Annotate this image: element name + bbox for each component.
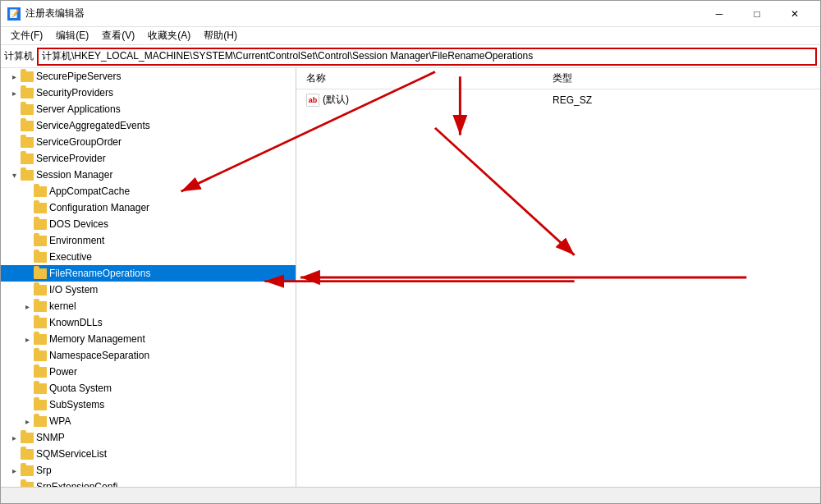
expander-subsystems	[21, 398, 34, 411]
tree-label-appcompatcache: AppCompatCache	[49, 186, 130, 197]
tree-item-securityproviders[interactable]: ▸SecurityProviders	[1, 85, 296, 101]
value-name-cell: ab (默认)	[303, 91, 549, 108]
tree-item-sqmservicelist[interactable]: SQMServiceList	[1, 446, 296, 462]
tree-item-securepipeservers[interactable]: ▸SecurePipeServers	[1, 68, 296, 85]
expander-srpextensionconfigdots	[7, 480, 21, 487]
tree-item-kernel[interactable]: ▸kernel	[1, 298, 296, 314]
tree-label-sessionmanager: Session Manager	[36, 169, 112, 181]
tree-item-dosdevices[interactable]: DOS Devices	[1, 216, 296, 232]
tree-label-knowndlls: KnownDLLs	[49, 317, 103, 328]
tree-item-configurationmanager[interactable]: Configuration Manager	[1, 199, 296, 216]
folder-icon-snmp	[21, 433, 34, 443]
reg-value-icon: ab	[306, 94, 319, 107]
tree-label-memorymanagement: Memory Management	[49, 333, 145, 345]
expander-serviceprovider	[7, 152, 21, 165]
tree-label-securityproviders: SecurityProviders	[36, 87, 113, 99]
tree-item-sessionmanager[interactable]: ▾Session Manager	[1, 167, 296, 183]
expander-snmp[interactable]: ▸	[7, 431, 21, 444]
expander-knowndlls	[21, 316, 34, 329]
minimize-button[interactable]: ─	[700, 1, 738, 27]
tree-item-quotasystem[interactable]: Quota System	[1, 380, 296, 396]
folder-icon-memorymanagement	[34, 334, 47, 345]
address-bar: 计算机	[1, 45, 820, 68]
expander-securityproviders[interactable]: ▸	[7, 86, 21, 99]
expander-power	[21, 365, 34, 378]
expander-wpa[interactable]: ▸	[21, 415, 34, 428]
menu-view[interactable]: 查看(V)	[95, 27, 141, 44]
folder-icon-sessionmanager	[21, 170, 34, 181]
tree-item-iosystem[interactable]: I/O System	[1, 282, 296, 298]
tree-item-serverapplications[interactable]: Server Applications	[1, 101, 296, 117]
tree-label-environment: Environment	[49, 235, 104, 246]
folder-icon-appcompatcache	[34, 186, 47, 197]
tree-label-srpextensionconfigdots: SrpExtensionConfi...	[36, 481, 126, 487]
menu-help[interactable]: 帮助(H)	[197, 27, 244, 44]
expander-filerenameoperations	[21, 267, 34, 280]
expander-quotasystem	[21, 382, 34, 395]
tree-item-serviceprovider[interactable]: ServiceProvider	[1, 150, 296, 167]
tree-label-servicegrouporder: ServiceGroupOrder	[36, 136, 122, 148]
value-type-cell: REG_SZ	[549, 93, 595, 108]
expander-namespaceseparation	[21, 349, 34, 362]
menu-edit[interactable]: 编辑(E)	[49, 27, 95, 44]
tree-label-serviceprovider: ServiceProvider	[36, 153, 106, 164]
tree-label-wpa: WPA	[49, 415, 71, 427]
folder-icon-environment	[34, 236, 47, 246]
tree-label-kernel: kernel	[49, 300, 76, 312]
tree-label-subsystems: SubSystems	[49, 399, 104, 410]
tree-item-appcompatcache[interactable]: AppCompatCache	[1, 183, 296, 199]
folder-icon-executive	[34, 252, 47, 263]
tree-item-memorymanagement[interactable]: ▸Memory Management	[1, 331, 296, 347]
tree-label-snmp: SNMP	[36, 432, 65, 443]
folder-icon-srpextensionconfigdots	[21, 482, 34, 488]
tree-item-environment[interactable]: Environment	[1, 232, 296, 249]
tree-pane: ▸SecurePipeServers▸SecurityProvidersServ…	[1, 68, 296, 487]
expander-environment	[21, 234, 34, 247]
folder-icon-namespaceseparation	[34, 351, 47, 361]
window-title: 注册表编辑器	[25, 7, 700, 21]
folder-icon-securityproviders	[21, 88, 34, 99]
folder-icon-securepipeservers	[21, 71, 34, 82]
menu-file[interactable]: 文件(F)	[4, 27, 49, 44]
address-label: 计算机	[4, 49, 34, 63]
col-name: 名称	[303, 70, 549, 87]
close-button[interactable]: ✕	[776, 1, 814, 27]
maximize-button[interactable]: □	[738, 1, 776, 27]
folder-icon-servicegrouporder	[21, 137, 34, 148]
title-bar: 📝 注册表编辑器 ─ □ ✕	[1, 1, 820, 27]
registry-value-row[interactable]: ab (默认) REG_SZ	[296, 89, 820, 110]
expander-securepipeservers[interactable]: ▸	[7, 70, 21, 83]
tree-item-snmp[interactable]: ▸SNMP	[1, 429, 296, 446]
menu-favorites[interactable]: 收藏夹(A)	[141, 27, 197, 44]
expander-sessionmanager[interactable]: ▾	[7, 168, 21, 181]
folder-icon-serviceprovider	[21, 153, 34, 164]
tree-item-serviceaggregatedevents[interactable]: ServiceAggregatedEvents	[1, 117, 296, 134]
expander-kernel[interactable]: ▸	[21, 300, 34, 313]
tree-item-executive[interactable]: Executive	[1, 249, 296, 265]
expander-srp[interactable]: ▸	[7, 464, 21, 477]
folder-icon-filerenameoperations	[34, 268, 47, 279]
tree-label-power: Power	[49, 366, 77, 378]
tree-item-subsystems[interactable]: SubSystems	[1, 396, 296, 413]
menu-bar: 文件(F) 编辑(E) 查看(V) 收藏夹(A) 帮助(H)	[1, 27, 820, 45]
expander-serverapplications	[7, 103, 21, 116]
tree-item-filerenameoperations[interactable]: FileRenameOperations	[1, 265, 296, 282]
folder-icon-sqmservicelist	[21, 449, 34, 460]
tree-label-iosystem: I/O System	[49, 284, 98, 296]
folder-icon-srp	[21, 465, 34, 476]
folder-icon-dosdevices	[34, 219, 47, 230]
address-input[interactable]	[37, 48, 817, 66]
tree-item-knowndlls[interactable]: KnownDLLs	[1, 314, 296, 331]
tree-item-servicegrouporder[interactable]: ServiceGroupOrder	[1, 134, 296, 150]
tree-item-power[interactable]: Power	[1, 364, 296, 380]
tree-item-wpa[interactable]: ▸WPA	[1, 413, 296, 429]
tree-item-srp[interactable]: ▸Srp	[1, 462, 296, 479]
folder-icon-quotasystem	[34, 383, 47, 394]
value-name: (默认)	[323, 93, 349, 107]
tree-item-srpextensionconfigdots[interactable]: SrpExtensionConfi...	[1, 479, 296, 487]
folder-icon-kernel	[34, 301, 47, 312]
folder-icon-wpa	[34, 416, 47, 427]
tree-label-serviceaggregatedevents: ServiceAggregatedEvents	[36, 120, 150, 131]
expander-memorymanagement[interactable]: ▸	[21, 332, 34, 346]
tree-item-namespaceseparation[interactable]: NamespaceSeparation	[1, 347, 296, 364]
